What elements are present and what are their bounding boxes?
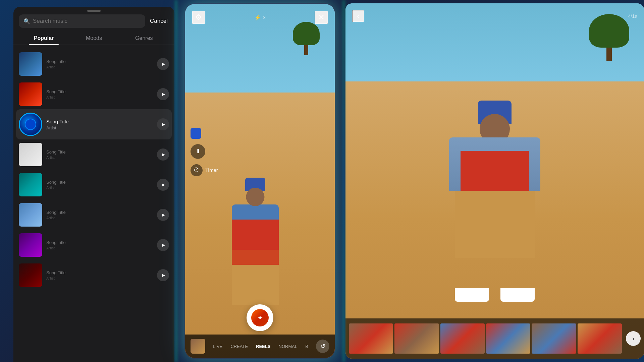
person-body [232,204,279,305]
close-button[interactable]: ✕ [315,11,328,24]
timer-label[interactable]: ⏱ Timer [191,164,218,176]
search-input[interactable] [33,18,141,24]
list-item[interactable]: Song Title Artist [13,79,174,109]
list-item[interactable]: Song Title Artist [13,170,174,200]
settings-button[interactable]: ⚙ [192,11,205,24]
song-title: Song Title [46,180,153,185]
mode-normal[interactable]: NORMAL [279,344,298,349]
film-thumbnail[interactable] [394,323,439,354]
color-tool-button[interactable] [191,128,201,139]
play-button[interactable] [157,148,169,161]
play-button[interactable] [157,58,169,70]
timer-button[interactable]: ⏱ [191,164,203,176]
film-thumbnail[interactable] [349,323,393,354]
tab-moods[interactable]: Moods [69,32,119,45]
song-thumbnail [19,203,42,227]
song-title: Song Title [46,270,153,275]
cancel-button[interactable]: Cancel [149,18,169,24]
song-thumbnail [19,52,42,76]
song-artist: Artist [46,186,153,190]
mode-boost[interactable]: B [305,344,308,349]
mode-live[interactable]: LIVE [213,344,222,349]
list-item-active[interactable]: Song Title Artist [16,109,172,139]
right-shoe-right [500,288,535,302]
next-icon: › [632,335,634,342]
music-search-panel: 🔍 Cancel Popular Moods Genres Song Title… [13,7,174,362]
song-artist: Artist [46,246,153,250]
record-button[interactable]: ✦ [247,304,273,331]
song-artist: Artist [46,65,153,69]
play-button[interactable] [157,88,169,100]
song-thumbnail [19,263,42,287]
film-thumbnail[interactable] [578,323,622,354]
film-thumbnail[interactable] [532,323,576,354]
song-thumbnail [19,173,42,196]
song-title: Song Title [46,210,153,215]
play-button[interactable] [157,209,169,221]
list-item[interactable]: Song Title Artist [13,200,174,230]
film-thumbnail[interactable] [440,323,485,354]
mode-reels[interactable]: REELS [256,344,270,349]
back-button[interactable]: ‹ [352,10,364,22]
tree-decoration [293,22,320,55]
song-artist: Artist [46,95,153,99]
song-thumbnail [19,82,42,106]
list-item[interactable]: Song Title Artist [13,49,174,79]
camera-bottom-nav: LIVE CREATE REELS NORMAL B ↺ [185,335,335,358]
song-title: Song Title [46,89,153,94]
gallery-thumbnail[interactable] [191,339,205,354]
list-item[interactable]: Song Title Artist [13,260,174,290]
list-item[interactable]: Song Title Artist [13,139,174,170]
film-thumbnail[interactable] [486,323,530,354]
flash-control[interactable]: ⚡ ✕ [254,14,266,21]
right-tree-trunk [606,48,612,61]
song-info: Song Title Artist [46,210,153,220]
pause-icon: ⏸ [195,148,201,155]
play-button[interactable] [157,179,169,191]
back-icon: ‹ [357,12,359,20]
timer-text: Timer [205,167,218,173]
play-button[interactable] [157,269,169,281]
song-info: Song Title Artist [46,59,153,69]
timer-icon: ⏱ [194,167,200,174]
search-input-wrapper[interactable]: 🔍 [19,14,145,28]
song-artist: Artist [46,125,153,130]
right-shirt [461,151,529,191]
flash-icon: ⚡ [254,14,261,21]
song-title: Song Title [46,119,153,124]
song-title: Song Title [46,149,153,155]
song-artist: Artist [46,156,153,160]
play-button[interactable] [157,118,169,130]
right-pants [455,191,535,258]
tab-popular[interactable]: Popular [19,32,69,45]
close-icon: ✕ [318,13,324,22]
right-top-nav: ‹ 4/1a [345,10,644,22]
play-button[interactable] [157,239,169,251]
tree-trunk [304,45,308,55]
info-text: 4/1a [628,13,637,19]
song-info: Song Title Artist [46,119,153,130]
song-thumbnail-active [19,113,42,136]
tree-crown [293,22,320,45]
flip-camera-button[interactable]: ↺ [316,340,329,353]
tab-genres[interactable]: Genres [119,32,169,45]
pause-button[interactable]: ⏸ [191,144,205,159]
right-person [438,101,552,302]
camera-left-tools: ⏸ ⏱ Timer [191,128,218,176]
next-button[interactable]: › [626,331,641,346]
flip-icon: ↺ [320,343,325,350]
right-shoe-left [455,288,489,302]
song-thumbnail [19,143,42,166]
record-star-icon: ✦ [257,314,263,322]
song-info: Song Title Artist [46,149,153,160]
song-info: Song Title Artist [46,89,153,99]
search-bar: 🔍 Cancel [13,14,174,32]
mode-create[interactable]: CREATE [230,344,248,349]
song-info: Song Title Artist [46,240,153,250]
preview-background: ‹ 4/1a › [345,3,644,359]
search-icon: 🔍 [23,18,30,24]
drag-handle[interactable] [87,10,101,12]
record-area: ✦ [185,304,335,331]
list-item[interactable]: Song Title Artist [13,230,174,260]
song-artist: Artist [46,276,153,280]
